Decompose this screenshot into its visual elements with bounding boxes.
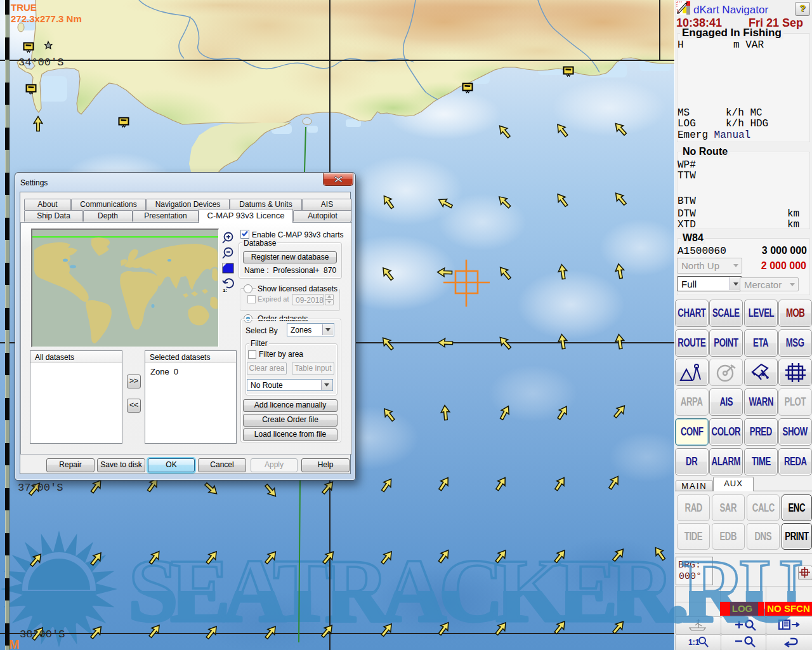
- svg-text:1:: 1:: [223, 288, 227, 293]
